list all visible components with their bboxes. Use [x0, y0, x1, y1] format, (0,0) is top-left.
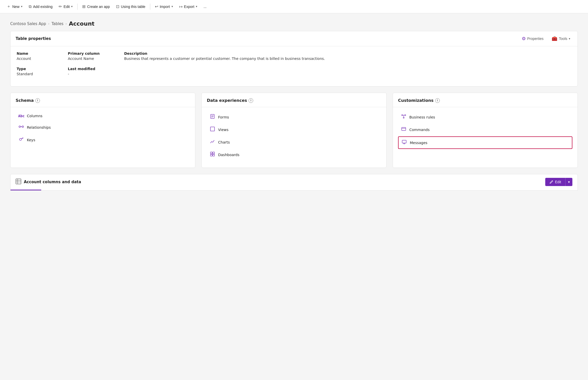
prop-description-section: Description Business that represents a c… [124, 51, 571, 61]
breadcrumb-tables[interactable]: Tables [51, 21, 63, 26]
export-chevron-icon: ▾ [196, 5, 197, 8]
dashboards-item[interactable]: Dashboards [207, 149, 381, 160]
import-icon: ↩ [155, 4, 158, 9]
svg-rect-11 [210, 152, 212, 154]
tools-button[interactable]: 🧰 Tools ▾ [550, 35, 572, 42]
edit-button[interactable]: Edit ▾ [545, 178, 572, 186]
new-button[interactable]: ＋ New ▾ [4, 2, 25, 11]
svg-rect-23 [16, 179, 21, 184]
divider-2 [150, 4, 150, 10]
type-value: Standard [17, 72, 68, 76]
description-label: Description [124, 51, 571, 56]
schema-columns-item[interactable]: Abc Columns [16, 111, 190, 121]
create-app-button[interactable]: ⊞ Create an app [80, 3, 112, 10]
import-button[interactable]: ↩ Import ▾ [152, 3, 176, 10]
add-existing-icon: ⧉ [29, 4, 31, 9]
prop-col-3: Description Business that represents a c… [124, 51, 571, 80]
card-header-actions: ⚙ Properties 🧰 Tools ▾ [520, 35, 573, 42]
svg-line-4 [21, 138, 23, 139]
views-icon [209, 126, 216, 133]
properties-icon: ⚙ [522, 36, 526, 41]
prop-primary-section: Primary column Account Name [68, 51, 124, 61]
messages-item[interactable]: Messages [398, 136, 572, 149]
edit-pencil-icon [549, 180, 553, 184]
breadcrumb-sep-1: › [48, 22, 49, 26]
using-table-button[interactable]: ⊡ Using this table [113, 3, 148, 10]
table-properties-card: Table properties ⚙ Properties 🧰 Tools ▾ … [10, 31, 578, 86]
properties-button[interactable]: ⚙ Properties [520, 35, 546, 42]
edit-chevron-icon[interactable]: ▾ [565, 178, 572, 186]
last-modified-label: Last modified [68, 67, 124, 71]
business-rules-item[interactable]: Business rules [398, 111, 572, 123]
tools-chevron-icon: ▾ [569, 37, 570, 40]
svg-rect-13 [210, 154, 212, 156]
account-columns-header: Account columns and data Edit ▾ [10, 174, 578, 190]
charts-item[interactable]: Charts [207, 136, 381, 148]
breadcrumb-sep-2: › [66, 22, 67, 26]
create-app-label: Create an app [87, 5, 110, 9]
schema-title: Schema i [16, 98, 190, 103]
relationships-icon [18, 124, 24, 131]
schema-card: Schema i Abc Columns Relationships [10, 93, 195, 168]
customizations-card: Customizations i Business rules [393, 93, 578, 168]
schema-keys-item[interactable]: Keys [16, 134, 190, 146]
edit-toolbar-button[interactable]: ✏ Edit ▾ [56, 3, 75, 10]
table-properties-title: Table properties [16, 36, 51, 41]
breadcrumb-app[interactable]: Contoso Sales App [10, 21, 46, 26]
export-button[interactable]: ↦ Export ▾ [177, 3, 200, 10]
plus-icon: ＋ [7, 4, 11, 9]
account-columns-title: Account columns and data [16, 179, 81, 186]
svg-rect-14 [213, 154, 215, 156]
new-chevron-icon: ▾ [21, 5, 23, 8]
new-label: New [12, 5, 19, 9]
import-chevron-icon: ▾ [172, 5, 173, 8]
create-app-icon: ⊞ [82, 4, 85, 9]
svg-rect-22 [402, 140, 406, 143]
schema-divider [10, 107, 195, 107]
toolbar: ＋ New ▾ ⧉ Add existing ✏ Edit ▾ ⊞ Create… [0, 0, 588, 13]
schema-info-icon: i [35, 98, 40, 103]
data-experiences-divider [202, 107, 386, 107]
main-content: Table properties ⚙ Properties 🧰 Tools ▾ … [0, 31, 588, 201]
keys-icon [18, 137, 24, 143]
customizations-divider [393, 107, 578, 107]
tools-icon: 🧰 [552, 36, 557, 41]
views-item[interactable]: Views [207, 124, 381, 135]
forms-item[interactable]: Forms [207, 111, 381, 123]
data-experiences-card: Data experiences i Forms [201, 93, 387, 168]
charts-icon [209, 139, 216, 145]
schema-relationships-item[interactable]: Relationships [16, 122, 190, 133]
account-columns-card: Account columns and data Edit ▾ [10, 174, 578, 191]
svg-rect-12 [213, 152, 215, 154]
last-modified-value: - [68, 72, 124, 76]
customizations-title: Customizations i [398, 98, 572, 103]
forms-icon [209, 114, 216, 120]
data-experiences-title: Data experiences i [207, 98, 381, 103]
commands-item[interactable]: Commands [398, 124, 572, 135]
more-label: ... [204, 5, 207, 9]
more-button[interactable]: ... [201, 3, 209, 10]
card-header: Table properties ⚙ Properties 🧰 Tools ▾ [10, 31, 578, 46]
import-label: Import [160, 5, 170, 9]
edit-chevron-icon: ▾ [71, 5, 73, 8]
svg-rect-10 [210, 127, 215, 131]
svg-rect-20 [402, 127, 406, 131]
using-table-icon: ⊡ [116, 4, 119, 9]
prop-name-section: Name Account [17, 51, 68, 61]
table-icon [16, 179, 21, 186]
tools-label: Tools [559, 37, 567, 41]
prop-col-2: Primary column Account Name Last modifie… [68, 51, 124, 80]
commands-icon [401, 126, 407, 133]
edit-icon: ✏ [59, 4, 62, 9]
type-label: Type [17, 67, 68, 71]
svg-point-15 [402, 115, 403, 116]
prop-type-section: Type Standard [17, 67, 68, 76]
divider-1 [77, 4, 78, 10]
svg-point-0 [19, 126, 20, 127]
breadcrumb: Contoso Sales App › Tables › Account [0, 13, 588, 31]
prop-modified-section: Last modified - [68, 67, 124, 76]
progress-bar [10, 190, 578, 190]
properties-label: Properties [527, 37, 544, 41]
add-existing-button[interactable]: ⧉ Add existing [26, 3, 55, 10]
breadcrumb-current: Account [69, 20, 94, 27]
